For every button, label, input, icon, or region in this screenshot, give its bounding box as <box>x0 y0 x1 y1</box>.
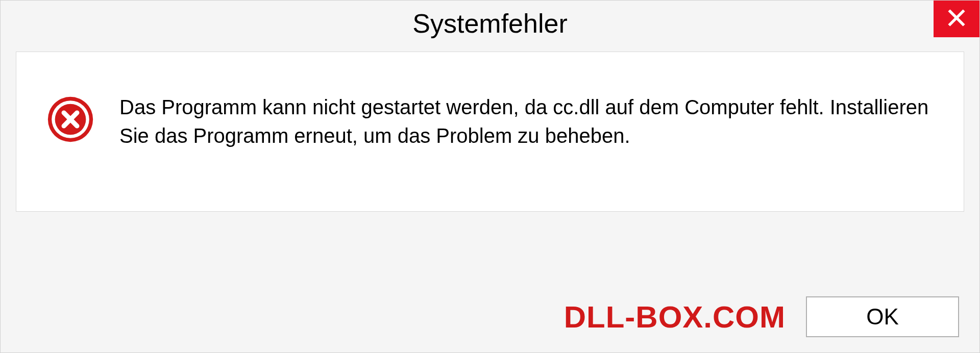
error-icon <box>47 96 94 145</box>
ok-button-label: OK <box>866 304 899 330</box>
titlebar: Systemfehler <box>1 1 979 46</box>
watermark-text: DLL-BOX.COM <box>564 299 786 335</box>
close-icon <box>947 8 966 30</box>
dialog-title: Systemfehler <box>412 8 567 39</box>
bottom-bar: DLL-BOX.COM OK <box>1 281 979 352</box>
error-dialog: Systemfehler Das Programm kann nicht ges… <box>0 0 980 353</box>
error-message: Das Programm kann nicht gestartet werden… <box>119 93 933 150</box>
ok-button[interactable]: OK <box>806 296 959 337</box>
content-panel: Das Programm kann nicht gestartet werden… <box>16 52 964 212</box>
close-button[interactable] <box>934 1 979 37</box>
